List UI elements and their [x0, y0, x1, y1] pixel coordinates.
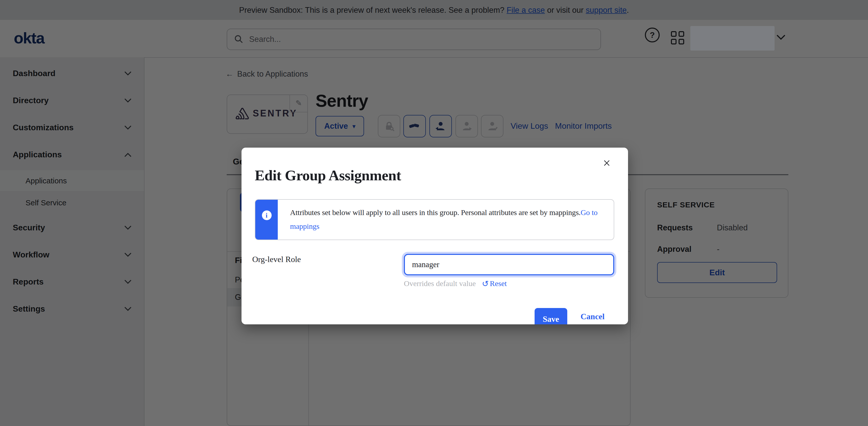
input-helper-row: Overrides default value ↺Reset [404, 279, 507, 288]
reset-link[interactable]: ↺Reset [482, 279, 507, 288]
okta-admin-console: Preview Sandbox: This is a preview of ne… [0, 0, 868, 426]
reset-label: Reset [490, 279, 507, 288]
org-level-role-input[interactable] [404, 254, 614, 275]
redacted-account-name [690, 26, 775, 51]
overrides-note: Overrides default value [404, 279, 476, 288]
edit-group-assignment-modal: × Edit Group Assignment i Attributes set… [242, 148, 628, 324]
info-icon: i [262, 210, 271, 220]
modal-title: Edit Group Assignment [255, 167, 401, 184]
close-icon[interactable]: × [603, 157, 611, 170]
info-alert: i Attributes set below will apply to all… [255, 199, 614, 240]
info-alert-bar: i [255, 200, 278, 240]
alert-text: Attributes set below will apply to all u… [290, 208, 581, 217]
reset-icon: ↺ [482, 279, 489, 288]
cancel-button[interactable]: Cancel [581, 312, 604, 321]
save-button[interactable]: Save [535, 308, 567, 324]
org-level-role-label: Org-level Role [252, 255, 301, 264]
